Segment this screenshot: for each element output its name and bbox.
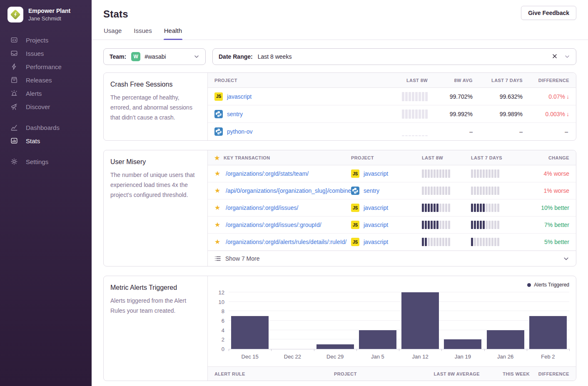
date-range-selector[interactable]: Date Range: Last 8 weeks bbox=[212, 48, 576, 65]
chart-x-axis-label: Dec 29 bbox=[314, 354, 356, 360]
project-link[interactable]: javascript bbox=[364, 222, 388, 228]
projects-icon bbox=[10, 36, 18, 44]
sidebar-item-label: Settings bbox=[26, 158, 48, 165]
tab-usage[interactable]: Usage bbox=[103, 27, 122, 40]
column-header-last8w: LAST 8W bbox=[422, 155, 471, 160]
panel-title: User Misery bbox=[110, 158, 201, 166]
sidebar-item-alerts[interactable]: Alerts bbox=[0, 87, 92, 100]
project-link[interactable]: javascript bbox=[364, 170, 388, 177]
org-user-name: Jane Schmidt bbox=[28, 15, 70, 22]
chart-x-axis-label: Dec 15 bbox=[229, 354, 271, 360]
org-switcher[interactable]: Empower Plant Jane Schmidt bbox=[0, 0, 92, 28]
table-row[interactable]: JS javascript 99.702% 99.632% 0.07%↓ bbox=[208, 88, 576, 105]
avg-8w-value: 99.702% bbox=[428, 93, 473, 100]
chart-bar-band bbox=[441, 293, 484, 349]
chart-legend[interactable]: Alerts Triggered bbox=[527, 282, 569, 288]
sidebar-nav: Projects Issues Performance Releases Ale… bbox=[0, 33, 92, 168]
transaction-link[interactable]: /organizations/:orgId/alerts/rules/detai… bbox=[226, 239, 346, 245]
project-link[interactable]: javascript bbox=[227, 93, 252, 100]
metric-alerts-chart-section: Alerts Triggered 024681012 Dec 15Dec 22D… bbox=[208, 276, 576, 381]
sidebar-item-settings[interactable]: Settings bbox=[0, 155, 92, 168]
team-selector[interactable]: Team: W #wasabi bbox=[103, 48, 206, 65]
sidebar-item-releases[interactable]: Releases bbox=[0, 73, 92, 87]
column-header-last7days: LAST 7 DAYS bbox=[473, 78, 523, 83]
misery-score-bar bbox=[471, 204, 525, 212]
project-platform-icon: JS bbox=[214, 110, 223, 118]
chart-bar[interactable] bbox=[231, 316, 269, 349]
chart-bar-band bbox=[271, 293, 314, 349]
chevron-down-icon bbox=[194, 54, 199, 60]
project-link[interactable]: javascript bbox=[364, 204, 388, 211]
key-transaction-star-icon[interactable]: ★ bbox=[214, 170, 220, 177]
chart-y-tick-label: 2 bbox=[222, 336, 224, 343]
chart-x-axis-label: Jan 5 bbox=[356, 354, 399, 360]
chart-y-tick-label: 4 bbox=[222, 327, 224, 333]
key-transaction-star-icon[interactable]: ★ bbox=[214, 187, 220, 194]
python-icon bbox=[214, 110, 223, 118]
sidebar-item-projects[interactable]: Projects bbox=[0, 33, 92, 47]
chart-bar[interactable] bbox=[401, 292, 439, 349]
key-transaction-star-icon[interactable]: ★ bbox=[214, 239, 220, 245]
down-arrow-icon: ↓ bbox=[566, 93, 569, 100]
sidebar-item-discover[interactable]: Discover bbox=[0, 100, 92, 113]
project-link[interactable]: sentry bbox=[364, 187, 379, 194]
table-row[interactable]: ★ /organizations/:orgId/alerts/rules/det… bbox=[208, 234, 576, 251]
table-header-row: ★ KEY TRANSACTION PROJECT LAST 8W LAST 7… bbox=[208, 150, 576, 165]
sidebar-item-issues[interactable]: Issues bbox=[0, 47, 92, 60]
table-row[interactable]: JS sentry 99.992% 99.989% 0.003%↓ bbox=[208, 105, 576, 123]
tab-health[interactable]: Health bbox=[164, 27, 182, 40]
project-platform-icon: JS bbox=[351, 238, 359, 246]
chevron-down-icon bbox=[563, 256, 569, 262]
javascript-icon: JS bbox=[214, 92, 223, 101]
chart-x-tick bbox=[399, 349, 399, 351]
chart-bar[interactable] bbox=[444, 339, 481, 349]
table-row[interactable]: JS python-ov – – – bbox=[208, 123, 576, 140]
change-value: 5% better bbox=[525, 239, 569, 245]
key-transaction-star-icon[interactable]: ★ bbox=[214, 204, 220, 211]
show-more-label: Show 7 More bbox=[225, 255, 259, 262]
misery-score-bar bbox=[422, 169, 471, 178]
project-link[interactable]: javascript bbox=[364, 239, 388, 245]
discover-icon bbox=[10, 103, 18, 110]
clear-date-icon[interactable] bbox=[552, 53, 558, 60]
table-row[interactable]: ★ /organizations/:orgId/issues/:groupId/… bbox=[208, 217, 576, 234]
chart-y-tick-label: 12 bbox=[219, 289, 224, 296]
difference-value: 0.003%↓ bbox=[523, 111, 569, 117]
project-link[interactable]: sentry bbox=[227, 111, 243, 117]
chevron-down-icon bbox=[564, 54, 570, 60]
star-icon: ★ bbox=[214, 155, 220, 161]
chart-bar-band bbox=[527, 293, 569, 349]
chart-bar[interactable] bbox=[487, 330, 524, 349]
chart-bar[interactable] bbox=[316, 344, 354, 349]
chart-x-axis-label: Feb 2 bbox=[527, 354, 569, 360]
column-header-difference: DIFFERENCE bbox=[530, 371, 569, 376]
give-feedback-button[interactable]: Give Feedback bbox=[521, 6, 576, 20]
transaction-link[interactable]: /api/0/organizations/{organization_slug}… bbox=[226, 187, 351, 194]
releases-icon bbox=[10, 76, 18, 84]
javascript-icon: JS bbox=[351, 221, 359, 229]
chart-bar[interactable] bbox=[359, 330, 396, 349]
key-transaction-star-icon[interactable]: ★ bbox=[214, 222, 220, 228]
project-link[interactable]: python-ov bbox=[227, 128, 252, 135]
org-name: Empower Plant bbox=[28, 7, 70, 15]
avg-8w-value: – bbox=[428, 128, 473, 135]
sidebar-item-dashboards[interactable]: Dashboards bbox=[0, 121, 92, 134]
table-row[interactable]: ★ /api/0/organizations/{organization_slu… bbox=[208, 182, 576, 199]
transaction-link[interactable]: /organizations/:orgId/issues/ bbox=[226, 204, 298, 211]
chart-bar[interactable] bbox=[529, 316, 567, 349]
table-row[interactable]: ★ /organizations/:orgId/issues/ JS javas… bbox=[208, 199, 576, 217]
column-header-project: PROJECT bbox=[334, 371, 417, 376]
tab-issues[interactable]: Issues bbox=[133, 27, 152, 40]
transaction-link[interactable]: /organizations/:orgId/issues/:groupId/ bbox=[226, 222, 321, 228]
sidebar-item-stats[interactable]: Stats bbox=[0, 134, 92, 147]
column-header-difference: DIFFERENCE bbox=[523, 78, 569, 83]
column-header-last8w: LAST 8W bbox=[378, 78, 428, 83]
show-more-button[interactable]: Show 7 More bbox=[208, 251, 576, 266]
table-row[interactable]: ★ /organizations/:orgId/stats/team/ JS j… bbox=[208, 165, 576, 182]
python-icon bbox=[351, 187, 359, 195]
project-platform-icon: JS bbox=[351, 169, 359, 178]
chart-y-tick-label: 6 bbox=[222, 318, 224, 324]
chart-x-tick bbox=[271, 349, 272, 351]
sidebar-item-performance[interactable]: Performance bbox=[0, 60, 92, 73]
transaction-link[interactable]: /organizations/:orgId/stats/team/ bbox=[226, 170, 309, 177]
